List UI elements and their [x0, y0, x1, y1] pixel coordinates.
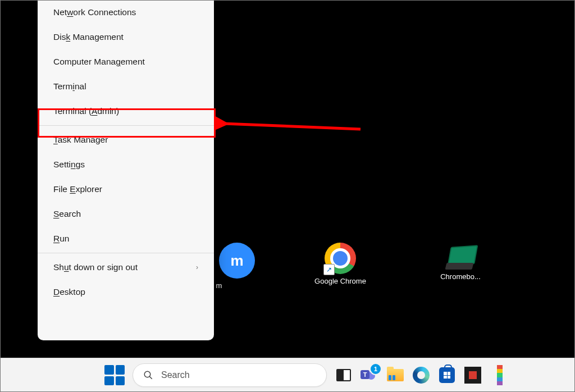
menu-item[interactable]: Disk Management — [38, 25, 214, 49]
desktop-icon-label: Chromebo... — [427, 272, 494, 281]
taskbar-app-unknown-dark[interactable] — [464, 366, 482, 384]
desktop-icon-label: Google Chrome — [307, 276, 374, 286]
taskbar-app-unknown-stripes[interactable] — [491, 366, 509, 384]
desktop[interactable]: m m ↗ Google Chrome Chromebo... Network … — [0, 0, 575, 392]
menu-item-label: File Explorer — [53, 184, 102, 194]
menu-item[interactable]: Desktop — [38, 280, 214, 304]
menu-item-label: Network Connections — [53, 7, 136, 17]
annotation-arrow — [216, 112, 367, 137]
taskbar-app-store[interactable] — [438, 366, 456, 384]
menu-item[interactable]: File Explorer — [38, 177, 214, 202]
desktop-icon-chrome[interactable]: ↗ Google Chrome — [307, 243, 374, 286]
start-button[interactable] — [104, 365, 125, 385]
ms-store-icon — [439, 367, 455, 383]
menu-item-label: Computer Management — [53, 57, 145, 67]
chromebook-icon — [442, 246, 478, 270]
svg-line-0 — [223, 124, 360, 129]
app-icon — [497, 365, 503, 385]
menu-item-label: Disk Management — [53, 32, 124, 42]
taskbar-app-teams[interactable]: T 1 — [360, 366, 378, 384]
search-icon — [143, 370, 153, 380]
menu-item-label: Settings — [53, 159, 85, 170]
taskbar: Search T 1 — [0, 358, 575, 392]
menu-item[interactable]: Computer Management — [38, 49, 214, 74]
menu-item[interactable]: Terminal (Admin) — [38, 99, 214, 124]
menu-item-label: Desktop — [53, 287, 85, 297]
edge-icon — [413, 367, 430, 384]
task-view-icon — [336, 369, 351, 381]
chevron-right-icon: › — [196, 263, 198, 271]
file-explorer-icon — [387, 369, 404, 381]
menu-item[interactable]: Terminal — [38, 74, 214, 99]
menu-item[interactable]: Settings — [38, 152, 214, 177]
svg-point-1 — [144, 371, 150, 377]
desktop-icon-chromebook[interactable]: Chromebo... — [427, 243, 494, 281]
menu-separator — [38, 253, 214, 253]
taskbar-app-file-explorer[interactable] — [386, 366, 404, 384]
menu-item[interactable]: Task Manager — [38, 127, 214, 152]
app-icon — [464, 367, 481, 384]
taskbar-search[interactable]: Search — [133, 363, 327, 387]
shortcut-arrow-icon: ↗ — [323, 264, 335, 275]
menu-item-label: Shut down or sign out — [53, 262, 138, 272]
menu-item[interactable]: Run — [38, 226, 214, 251]
menu-item[interactable]: Search — [38, 202, 214, 226]
search-placeholder: Search — [161, 370, 190, 380]
zoom-icon: m — [219, 243, 255, 279]
menu-item-label: Task Manager — [53, 135, 108, 145]
taskbar-app-edge[interactable] — [412, 366, 430, 384]
notification-badge: 1 — [369, 363, 382, 375]
svg-line-2 — [149, 376, 152, 379]
menu-item-label: Run — [53, 234, 69, 244]
menu-item[interactable]: Network Connections — [38, 0, 214, 25]
menu-item-label: Terminal (Admin) — [53, 106, 119, 116]
menu-item-label: Search — [53, 209, 81, 219]
menu-item-label: Terminal — [53, 81, 86, 92]
winx-menu: Network ConnectionsDisk ManagementComput… — [38, 0, 214, 340]
task-view-button[interactable] — [335, 366, 353, 384]
menu-separator — [38, 125, 214, 126]
menu-item[interactable]: Shut down or sign out› — [38, 255, 214, 280]
